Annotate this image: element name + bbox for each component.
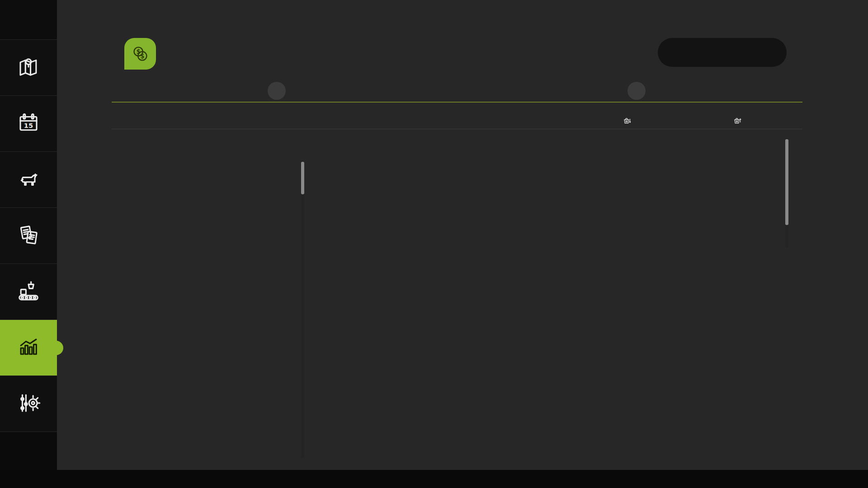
svg-text:15: 15 [24, 122, 33, 129]
basket-up-icon [733, 117, 742, 127]
settings-icon [16, 391, 41, 417]
balance-badge [658, 38, 787, 67]
fruit-list-scrollbar[interactable] [301, 161, 304, 458]
footer-bar [0, 470, 868, 488]
station-list-scrollbar[interactable] [785, 138, 788, 248]
column-sell [733, 117, 746, 127]
sidebar-item-production[interactable] [0, 264, 57, 320]
svg-text:$: $ [140, 53, 144, 60]
sidebar-item-settings[interactable] [0, 376, 57, 432]
sidebar-item-statistics[interactable] [0, 320, 57, 376]
sidebar-item-calendar[interactable]: 15 [0, 96, 57, 152]
sidebar: 15 [0, 0, 57, 470]
basket-down-icon [623, 117, 632, 127]
sidebar-item-contracts[interactable] [0, 208, 57, 264]
price-history-chart [316, 258, 790, 465]
production-icon [16, 279, 41, 305]
calendar-icon: 15 [16, 111, 41, 137]
sidebar-item-animals[interactable] [0, 152, 57, 208]
next-tab-button[interactable] [627, 82, 646, 100]
fruit-type-list [117, 161, 296, 458]
column-buy [623, 117, 636, 127]
fruit-list-scrollbar-thumb[interactable] [301, 162, 304, 194]
header-divider [112, 129, 802, 129]
statistics-icon [16, 335, 41, 361]
cow-icon [16, 167, 41, 193]
contracts-icon [16, 223, 41, 249]
map-icon [16, 55, 41, 81]
prices-header-icon: $ $ [124, 38, 156, 70]
active-item-arrow-icon [49, 341, 63, 355]
sidebar-spacer [0, 0, 57, 40]
tab-bar [0, 80, 868, 103]
prev-tab-button[interactable] [268, 82, 286, 100]
station-list-scrollbar-thumb[interactable] [785, 139, 788, 225]
tab-underline [112, 102, 802, 103]
prices-screen: 15 [0, 0, 868, 488]
